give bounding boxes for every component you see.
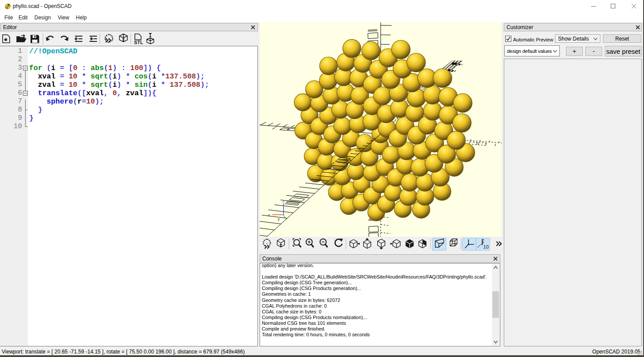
svg-text:x: x <box>268 213 270 217</box>
svg-text:y: y <box>278 217 280 221</box>
svg-text:z: z <box>283 199 285 203</box>
svg-text:10: 10 <box>483 244 488 249</box>
